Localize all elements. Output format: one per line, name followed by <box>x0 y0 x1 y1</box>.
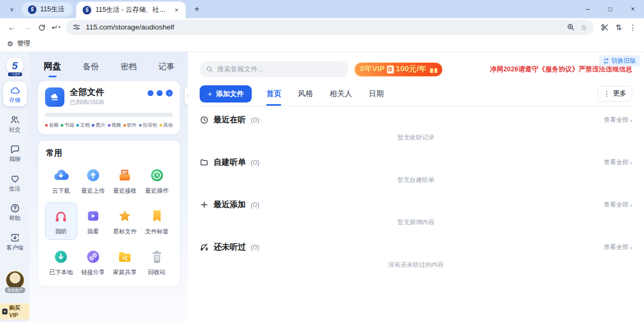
tile-my-watching[interactable]: 我看 <box>77 202 109 240</box>
extension-shortcut-button[interactable]: ↵ ▾ <box>49 23 63 32</box>
sidebar-item-help[interactable]: 帮助 <box>3 200 27 224</box>
more-button[interactable]: ⋮ 更多 <box>597 86 632 102</box>
tile-file-tags[interactable]: 文件标签 <box>141 202 173 240</box>
drive-icon <box>45 87 64 107</box>
clip-extension-icon[interactable] <box>598 23 612 32</box>
sidebar-item-chat[interactable]: 我聊 <box>3 141 27 165</box>
bookmark-item[interactable]: 管理 <box>17 39 31 48</box>
sidebar-item-client[interactable]: 客户端 <box>3 229 27 254</box>
tile-starred-files[interactable]: 星标文件 <box>109 202 141 240</box>
upload-circle-icon <box>85 167 101 184</box>
pager-dot[interactable] <box>157 90 163 96</box>
site-settings-icon[interactable] <box>72 23 80 31</box>
plus-icon: + <box>208 90 212 98</box>
view-all-link[interactable]: 查看全部› <box>604 201 632 209</box>
browser-tab-active[interactable]: 5 115生活 - 云存储、社交、生活 × <box>76 2 186 18</box>
switch-old-version-button[interactable]: 切换旧版 <box>599 55 640 67</box>
storage-card[interactable]: 全部文件 已用0B/15GB › 音频 书籍 文档 图片 视频 <box>38 81 180 134</box>
empty-state-text: 暂无新增内容 <box>200 218 632 226</box>
plus-icon <box>200 200 209 209</box>
add-file-button[interactable]: + 添加文件 <box>200 85 252 103</box>
view-all-link[interactable]: 查看全部› <box>604 158 632 166</box>
tab-home[interactable]: 首页 <box>266 82 281 106</box>
chevron-right-icon: › <box>630 117 632 123</box>
tile-cloud-download[interactable]: 云下载 <box>45 162 77 199</box>
new-tab-button[interactable]: + <box>190 2 204 16</box>
vip-promo-banner[interactable]: 8年VIP 仅 100元/年 <box>354 62 443 77</box>
view-all-link[interactable]: 查看全部› <box>604 116 632 124</box>
minimize-button[interactable]: – <box>576 0 599 18</box>
add-file-label: 添加文件 <box>216 89 244 99</box>
bookmark-star-icon[interactable]: ☆ <box>580 23 587 32</box>
tab-backup[interactable]: 备份 <box>83 62 99 72</box>
tab-notes[interactable]: 记事 <box>158 62 174 72</box>
action-row: + 添加文件 首页 风格 相关人 日期 ⋮ 更多 <box>200 82 632 106</box>
search-input[interactable] <box>217 65 342 73</box>
caret-down-icon: ▾ <box>58 25 61 30</box>
window-controls: – □ × <box>576 0 644 18</box>
tab-title: 115生活 <box>40 5 64 14</box>
sidebar-item-storage[interactable]: 存储 <box>3 82 27 106</box>
tile-recent-actions[interactable]: 最近操作 <box>141 162 173 199</box>
tab-related-people[interactable]: 相关人 <box>330 82 352 106</box>
chat-bubble-icon <box>10 144 20 155</box>
forward-button[interactable]: → <box>19 20 34 35</box>
play-square-icon <box>85 208 101 224</box>
close-button[interactable]: × <box>621 0 644 18</box>
tab-netdisk[interactable]: 网盘 <box>43 61 61 72</box>
tile-family-share[interactable]: 家庭共享 <box>109 243 141 281</box>
left-sidebar: 5 一生相伴 存储 社交 我聊 生活 帮助 <box>0 52 30 322</box>
address-bar[interactable]: 115.com/storage/audioshelf ☆ <box>66 20 594 35</box>
storage-pager: › <box>148 87 173 97</box>
pager-next-icon[interactable]: › <box>166 90 173 97</box>
back-button[interactable]: ← <box>4 20 19 35</box>
pager-dot[interactable] <box>148 90 153 96</box>
folder-share-icon <box>116 248 133 265</box>
zoom-icon[interactable] <box>567 23 575 31</box>
tile-recent-received[interactable]: 最近接收 <box>109 162 141 199</box>
tab-search-button[interactable]: ∨ <box>5 3 18 16</box>
tile-recycle-bin[interactable]: 回收站 <box>141 243 173 281</box>
tile-link-share[interactable]: 链接分享 <box>77 243 109 281</box>
tile-downloaded-local[interactable]: 已下本地 <box>45 243 77 281</box>
sidebar-item-life[interactable]: 生活 <box>3 170 27 195</box>
search-box[interactable] <box>200 61 349 77</box>
section-not-listened: 还未听过 (0) 查看全部› 没有还未听过的内容 <box>200 233 632 276</box>
vip-banner-art <box>428 64 439 74</box>
tab-style[interactable]: 风格 <box>298 82 313 106</box>
search-icon <box>206 65 213 73</box>
buy-vip-button[interactable]: ♥ 购买VIP <box>0 303 30 319</box>
browser-tab-inactive[interactable]: 5 115生活 <box>21 2 73 17</box>
chevron-right-icon: › <box>630 244 632 251</box>
legend-item: 图片 <box>92 122 105 129</box>
cloud-icon <box>10 85 20 96</box>
legend-item: 软件 <box>123 122 137 129</box>
app-logo[interactable]: 5 一生相伴 <box>6 57 24 75</box>
chevron-right-icon: › <box>630 159 632 166</box>
tile-recent-upload[interactable]: 最近上传 <box>77 162 109 199</box>
reload-icon <box>38 23 46 32</box>
user-level-badge: 原石用户 <box>5 287 25 293</box>
cloud-download-icon <box>53 167 69 184</box>
tab-secret[interactable]: 密档 <box>121 62 137 72</box>
section-recently-listening: 最近在听 (0) 查看全部› 暂无收听记录 <box>200 106 632 149</box>
sort-extension-icon[interactable]: ⇅ <box>612 23 626 32</box>
view-all-link[interactable]: 查看全部› <box>604 243 632 251</box>
tile-my-listening[interactable]: 我听 <box>45 202 77 240</box>
drive-panel: 网盘 备份 密档 记事 全部文件 已用0B/15GB <box>30 52 188 322</box>
legend-item: 音频 <box>45 122 58 129</box>
legend-item: 压缩包 <box>139 122 157 129</box>
tab-close-button[interactable]: × <box>172 5 181 15</box>
sidebar-bottom: 原石用户 ♥ 购买VIP <box>0 271 30 319</box>
browser-menu-icon[interactable]: ⋮ <box>626 23 640 32</box>
return-icon: ↵ <box>52 23 58 32</box>
tab-date[interactable]: 日期 <box>369 82 384 106</box>
clock-icon <box>200 115 209 125</box>
maximize-button[interactable]: □ <box>599 0 621 18</box>
url-text[interactable]: 115.com/storage/audioshelf <box>86 23 174 31</box>
sidebar-item-social[interactable]: 社交 <box>3 111 27 136</box>
vip-banner-text: 8年VIP <box>360 64 385 74</box>
reload-button[interactable] <box>34 20 49 35</box>
user-avatar[interactable]: 原石用户 <box>6 271 24 289</box>
vip-badge-icon: ♥ <box>2 309 8 314</box>
